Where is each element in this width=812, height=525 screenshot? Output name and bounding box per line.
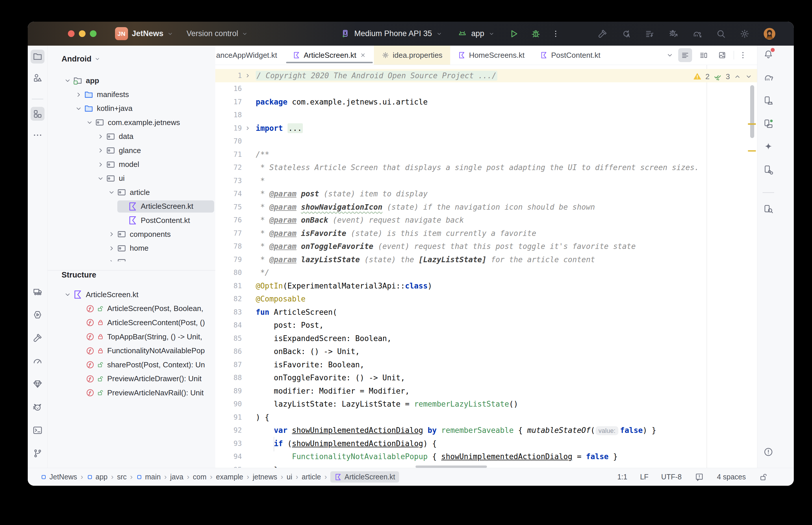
code-line-72[interactable]: 72 * Stateless Article Screen that displ… bbox=[215, 161, 757, 175]
device-manager-button[interactable] bbox=[762, 93, 775, 107]
code-line-19[interactable]: 19import ... bbox=[215, 122, 757, 135]
tree-item-com-example-jetnews[interactable]: com.example.jetnews bbox=[48, 116, 214, 129]
breadcrumb-jetnews[interactable]: JetNews bbox=[41, 473, 77, 481]
previous-issue-icon[interactable] bbox=[734, 73, 741, 80]
tree-item-ui[interactable]: ui bbox=[48, 171, 214, 185]
inspections-widget-icon[interactable] bbox=[694, 472, 704, 482]
profiler-button[interactable] bbox=[31, 354, 44, 368]
project-menu[interactable]: JetNews bbox=[132, 29, 164, 38]
code-line-77[interactable]: 77 * @param isFavorite (state) is this i… bbox=[215, 227, 757, 240]
caret-position[interactable]: 1:1 bbox=[617, 473, 628, 481]
code-line-79[interactable]: 79 * @param lazyListState (state) the [L… bbox=[215, 253, 757, 266]
design-view-button[interactable] bbox=[715, 48, 729, 62]
inspection-widget[interactable]: 2 3 bbox=[693, 70, 752, 83]
code-line-71[interactable]: 71/** bbox=[215, 148, 757, 161]
tree-item-glance[interactable]: glance bbox=[48, 144, 214, 158]
code-editor[interactable]: 1/ Copyright 2020 The Android Open Sourc… bbox=[215, 65, 757, 468]
chevron-down-icon[interactable] bbox=[62, 77, 73, 84]
tree-item-data[interactable]: data bbox=[48, 130, 214, 144]
tab-anceappwidget-kt[interactable]: anceAppWidget.kt bbox=[215, 46, 285, 65]
chevron-down-icon[interactable] bbox=[84, 119, 95, 126]
tree-item-manifests[interactable]: manifests bbox=[48, 88, 214, 101]
chevron-down-icon[interactable] bbox=[95, 175, 106, 182]
structure-item[interactable]: ArticleScreen(Post, Boolean, bbox=[48, 302, 215, 316]
services-button[interactable] bbox=[31, 308, 44, 322]
chevron-right-icon[interactable] bbox=[73, 91, 84, 99]
close-window-button[interactable] bbox=[68, 30, 75, 37]
code-line-18[interactable]: 18 bbox=[215, 109, 757, 122]
tree-item-kotlin-java[interactable]: kotlin+java bbox=[48, 102, 214, 116]
run-configuration-selector[interactable]: app bbox=[471, 29, 484, 38]
code-line-76[interactable]: 76 * @param onBack (event) request navig… bbox=[215, 214, 757, 227]
breadcrumb-ui[interactable]: ui bbox=[287, 473, 292, 481]
tree-item-home[interactable]: home bbox=[48, 241, 214, 255]
running-devices-mirror-button[interactable] bbox=[762, 117, 775, 131]
structure-item[interactable]: PreviewArticleNavRail(): Unit bbox=[48, 386, 215, 400]
next-issue-icon[interactable] bbox=[745, 73, 752, 80]
line-separator[interactable]: LF bbox=[640, 473, 648, 481]
tab-idea-properties[interactable]: idea.properties bbox=[374, 46, 450, 65]
chevron-right-icon[interactable] bbox=[95, 161, 106, 168]
structure-item[interactable]: PreviewArticleDrawer(): Unit bbox=[48, 372, 215, 386]
writable-lock-icon[interactable] bbox=[758, 472, 768, 482]
structure-item[interactable]: FunctionalityNotAvailablePop bbox=[48, 344, 215, 358]
hidden-tabs-chevron-icon[interactable] bbox=[666, 51, 674, 59]
code-line-1[interactable]: 1/ Copyright 2020 The Android Open Sourc… bbox=[215, 69, 757, 82]
breadcrumb-java[interactable]: java bbox=[170, 473, 183, 481]
code-line-83[interactable]: 83fun ArticleScreen( bbox=[215, 305, 757, 319]
structure-item[interactable]: ArticleScreenContent(Post, () bbox=[48, 316, 215, 330]
avatar-icon[interactable] bbox=[763, 27, 776, 40]
breadcrumb-app[interactable]: app bbox=[87, 473, 108, 481]
code-line-84[interactable]: 84 post: Post, bbox=[215, 319, 757, 332]
code-line-93[interactable]: 93 if (showUnimplementedActionDialog) { bbox=[215, 437, 757, 450]
code-line-75[interactable]: 75 * @param showNavigationIcon (state) i… bbox=[215, 200, 757, 214]
structure-root[interactable]: ArticleScreen.kt bbox=[48, 288, 215, 302]
breadcrumb-src[interactable]: src bbox=[117, 473, 127, 481]
problems-button[interactable] bbox=[762, 445, 775, 459]
breadcrumb-jetnews[interactable]: jetnews bbox=[253, 473, 277, 481]
tree-item-articlescreen-kt[interactable]: ArticleScreen.kt bbox=[48, 199, 214, 213]
tree-item-article[interactable]: article bbox=[48, 185, 214, 199]
breadcrumb-article[interactable]: article bbox=[302, 473, 321, 481]
notifications-button[interactable] bbox=[762, 47, 775, 61]
device-selector[interactable]: Medium Phone API 35 bbox=[354, 29, 432, 38]
logcat-button[interactable] bbox=[31, 400, 44, 414]
apply-changes-icon[interactable] bbox=[621, 29, 631, 39]
breadcrumb-articlescreen-kt[interactable]: ArticleScreen.kt bbox=[330, 471, 399, 482]
tab-homescreens-kt[interactable]: HomeScreens.kt bbox=[450, 46, 532, 65]
code-line-70[interactable]: 70 bbox=[215, 135, 757, 148]
more-tool-windows-button[interactable] bbox=[31, 128, 44, 142]
build-button[interactable] bbox=[31, 331, 44, 345]
version-control-button[interactable] bbox=[31, 447, 44, 460]
layout-inspector-button[interactable] bbox=[762, 202, 775, 216]
tree-item-postcontent-kt[interactable]: PostContent.kt bbox=[48, 213, 214, 227]
terminal-button[interactable] bbox=[31, 423, 44, 437]
run-button[interactable] bbox=[508, 29, 519, 39]
code-line-82[interactable]: 82@Composable bbox=[215, 292, 757, 306]
project-view-mode[interactable]: Android bbox=[61, 55, 91, 63]
editor-options-kebab-icon[interactable] bbox=[739, 51, 747, 59]
tree-item-clipped[interactable] bbox=[48, 255, 214, 261]
fold-chevron-icon[interactable] bbox=[242, 73, 253, 79]
warning-stripe-mark[interactable] bbox=[748, 150, 756, 152]
code-line-91[interactable]: 91) { bbox=[215, 411, 757, 424]
code-line-92[interactable]: 92 var showUnimplementedActionDialog by … bbox=[215, 424, 757, 437]
chevron-down-icon[interactable] bbox=[73, 105, 84, 112]
code-line-73[interactable]: 73 * bbox=[215, 174, 757, 188]
code-line-17[interactable]: 17package com.example.jetnews.ui.article bbox=[215, 95, 757, 109]
fold-chevron-icon[interactable] bbox=[242, 125, 253, 131]
code-line-16[interactable]: 16 bbox=[215, 82, 757, 95]
code-line-81[interactable]: 81@OptIn(ExperimentalMaterial3Api::class… bbox=[215, 279, 757, 292]
chevron-right-icon[interactable] bbox=[95, 133, 106, 140]
gradle-sync-icon[interactable] bbox=[692, 29, 703, 39]
maximize-window-button[interactable] bbox=[90, 30, 97, 37]
code-line-89[interactable]: 89 modifier: Modifier = Modifier, bbox=[215, 384, 757, 397]
split-view-button[interactable] bbox=[697, 48, 711, 62]
tree-item-model[interactable]: model bbox=[48, 158, 214, 171]
close-icon[interactable] bbox=[360, 52, 366, 58]
vcs-menu[interactable]: Version control bbox=[187, 29, 238, 38]
code-line-85[interactable]: 85 isExpandedScreen: Boolean, bbox=[215, 332, 757, 345]
gemini-button[interactable] bbox=[762, 140, 775, 154]
app-quality-insights-button[interactable] bbox=[31, 377, 44, 391]
code-line-90[interactable]: 90 lazyListState: LazyListState = rememb… bbox=[215, 397, 757, 411]
